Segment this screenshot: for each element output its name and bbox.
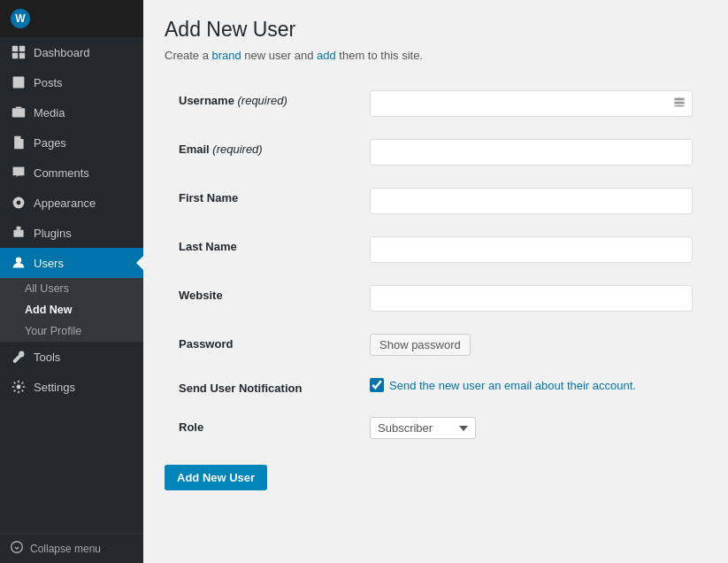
- sidebar-item-tools[interactable]: Tools: [0, 342, 143, 372]
- submenu-add-new[interactable]: Add New: [0, 299, 143, 320]
- users-icon: [11, 255, 27, 271]
- submenu-your-profile[interactable]: Your Profile: [0, 320, 143, 342]
- svg-rect-7: [17, 227, 21, 230]
- notification-label: Send User Notification: [179, 378, 356, 395]
- add-new-user-button[interactable]: Add New User: [165, 465, 267, 490]
- sidebar: W Dashboard Posts Media Pages Comments: [0, 0, 143, 563]
- lastname-row: Last Name: [165, 226, 707, 274]
- sidebar-item-label: Dashboard: [34, 46, 90, 59]
- svg-rect-2: [12, 53, 18, 58]
- role-label: Role: [179, 417, 356, 434]
- comments-icon: [11, 165, 27, 181]
- pages-icon: [11, 135, 27, 150]
- svg-rect-13: [674, 102, 684, 104]
- sidebar-item-label: Media: [34, 106, 65, 120]
- sidebar-item-media[interactable]: Media: [0, 97, 143, 127]
- lastname-field: [370, 236, 693, 263]
- sidebar-item-label: Posts: [34, 76, 63, 89]
- wp-logo-icon: W: [11, 9, 30, 28]
- svg-point-6: [17, 201, 21, 205]
- role-field: Subscriber Contributor Author Editor Adm…: [370, 417, 693, 439]
- page-title: Add New User: [165, 18, 707, 42]
- username-field: [370, 90, 693, 117]
- collapse-icon: [11, 541, 23, 556]
- notification-checkbox[interactable]: [370, 378, 384, 392]
- posts-icon: [11, 74, 27, 90]
- tools-icon: [11, 349, 27, 365]
- sidebar-item-label: Comments: [34, 166, 89, 180]
- email-label: Email (required): [179, 139, 356, 156]
- website-row: Website: [165, 274, 707, 323]
- sidebar-item-settings[interactable]: Settings: [0, 372, 143, 402]
- role-row: Role Subscriber Contributor Author Edito…: [165, 406, 707, 451]
- svg-rect-3: [19, 53, 25, 58]
- main-content: Add New User Create a brand new user and…: [143, 0, 728, 563]
- email-field: [370, 139, 693, 166]
- settings-icon: [11, 379, 27, 395]
- collapse-label: Collapse menu: [30, 543, 101, 555]
- sidebar-item-dashboard[interactable]: Dashboard: [0, 37, 143, 67]
- notification-text: Send the new user an email about their a…: [389, 379, 636, 392]
- sidebar-item-posts[interactable]: Posts: [0, 67, 143, 97]
- password-label: Password: [179, 334, 356, 351]
- notification-field: Send the new user an email about their a…: [370, 378, 693, 392]
- sidebar-item-label: Settings: [34, 381, 75, 394]
- password-field: Show password: [370, 334, 693, 356]
- firstname-label: First Name: [179, 188, 356, 204]
- svg-point-9: [16, 258, 21, 263]
- sidebar-item-label: Tools: [34, 351, 60, 364]
- svg-rect-1: [19, 46, 25, 51]
- website-label: Website: [179, 285, 356, 302]
- username-input[interactable]: [370, 90, 693, 117]
- email-row: Email (required): [165, 128, 707, 177]
- svg-rect-14: [674, 105, 684, 106]
- sidebar-item-label: Plugins: [34, 227, 72, 240]
- appearance-icon: [11, 195, 27, 211]
- lastname-label: Last Name: [179, 236, 356, 253]
- plugins-icon: [11, 225, 27, 241]
- sidebar-item-comments[interactable]: Comments: [0, 158, 143, 188]
- lastname-input[interactable]: [370, 236, 693, 263]
- page-subtitle: Create a brand new user and add them to …: [165, 49, 707, 62]
- user-input-icon: [673, 96, 686, 112]
- sidebar-item-label: Appearance: [34, 197, 96, 210]
- svg-rect-12: [674, 98, 684, 101]
- firstname-row: First Name: [165, 177, 707, 226]
- password-row: Password Show password: [165, 323, 707, 367]
- sidebar-logo: W: [0, 0, 143, 37]
- submenu-all-users[interactable]: All Users: [0, 278, 143, 299]
- svg-rect-4: [12, 108, 25, 117]
- dashboard-icon: [11, 44, 27, 60]
- sidebar-item-users[interactable]: Users: [0, 248, 143, 278]
- show-password-button[interactable]: Show password: [370, 334, 471, 356]
- sidebar-item-plugins[interactable]: Plugins: [0, 218, 143, 248]
- email-input[interactable]: [370, 139, 693, 166]
- sidebar-item-pages[interactable]: Pages: [0, 127, 143, 158]
- notification-row: Send User Notification Send the new user…: [165, 367, 707, 406]
- svg-point-11: [11, 542, 23, 553]
- svg-rect-0: [12, 46, 18, 51]
- svg-point-10: [17, 385, 21, 389]
- users-submenu: All Users Add New Your Profile: [0, 278, 143, 342]
- media-icon: [11, 104, 27, 120]
- notification-checkbox-row: Send the new user an email about their a…: [370, 378, 693, 392]
- sidebar-item-label: Pages: [34, 136, 66, 150]
- username-label: Username (required): [179, 90, 356, 107]
- website-input[interactable]: [370, 285, 693, 312]
- sidebar-item-label: Users: [34, 257, 64, 270]
- submit-area: Add New User: [165, 465, 707, 490]
- firstname-input[interactable]: [370, 188, 693, 214]
- sidebar-item-appearance[interactable]: Appearance: [0, 188, 143, 218]
- website-field: [370, 285, 693, 312]
- username-row: Username (required): [165, 80, 707, 128]
- collapse-menu[interactable]: Collapse menu: [0, 533, 143, 563]
- firstname-field: [370, 188, 693, 214]
- svg-rect-8: [13, 230, 23, 237]
- role-select[interactable]: Subscriber Contributor Author Editor Adm…: [370, 417, 476, 439]
